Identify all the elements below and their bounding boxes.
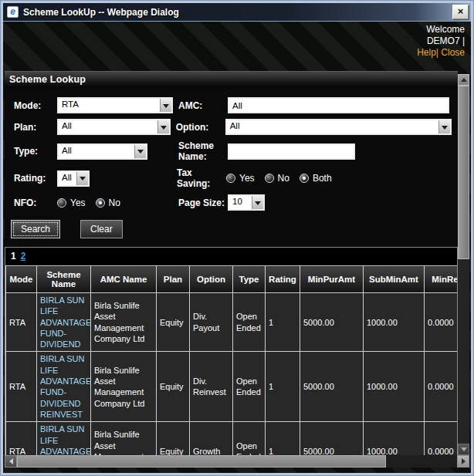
form-row-5: NFO: Yes No Page Size: 10 <box>14 194 452 211</box>
page-size-label: Page Size: <box>178 197 228 208</box>
table-cell: Open Ended <box>233 352 266 422</box>
table-cell: 1000.00 <box>364 352 425 422</box>
scroll-up-arrow-icon[interactable] <box>458 74 469 86</box>
scheme-name-cell: BIRLA SUN LIFE ADVANTAGE FUND-DIVIDEND R… <box>37 352 91 422</box>
tax-saving-label: Tax Saving: <box>177 167 226 189</box>
scheme-name-cell: BIRLA SUN LIFE ADVANTAGE FUND-GROWTH <box>37 422 91 455</box>
horizontal-scrollbar-track[interactable] <box>386 455 457 468</box>
scroll-down-arrow-icon[interactable] <box>458 444 469 455</box>
table-cell: 0.0000 <box>425 352 458 422</box>
plan-select[interactable]: All <box>57 119 171 135</box>
scroll-right-arrow-icon[interactable] <box>457 455 469 468</box>
username-text: DEMO7 | <box>417 35 465 47</box>
search-form: Mode: RTA AMC: Plan: All <box>5 88 458 241</box>
page-size-select[interactable]: 10 <box>228 194 265 211</box>
welcome-text: Welcome <box>417 24 465 35</box>
nfo-yes-radio[interactable] <box>57 198 66 208</box>
scheme-link[interactable]: BIRLA SUN LIFE ADVANTAGE FUND-DIVIDEND <box>40 295 91 349</box>
rating-dropdown-arrow-icon[interactable] <box>76 172 88 185</box>
mode-value: RTA <box>59 99 160 112</box>
table-cell: Birla Sunlife Asset Management Company L… <box>91 422 157 455</box>
vertical-scrollbar-track[interactable] <box>458 259 469 444</box>
title-bar[interactable]: e Scheme LookUp -- Webpage Dialog × <box>3 3 471 22</box>
table-cell: Growth <box>190 422 233 455</box>
pagination: 12 <box>5 248 457 265</box>
tax-saving-no-radio[interactable] <box>265 174 274 183</box>
type-dropdown-arrow-icon[interactable] <box>134 145 146 158</box>
table-row: RTABIRLA SUN LIFE ADVANTAGE FUND-DIVIDEN… <box>6 352 458 422</box>
page-number-current: 1 <box>11 251 16 262</box>
tax-saving-yes-radio[interactable] <box>226 174 235 183</box>
column-header: Rating <box>266 266 300 293</box>
footer-stripe <box>3 468 471 473</box>
horizontal-scrollbar[interactable] <box>5 455 469 468</box>
scheme-name-input[interactable] <box>228 143 355 160</box>
page-number-link[interactable]: 2 <box>21 251 26 262</box>
scheme-link[interactable]: BIRLA SUN LIFE ADVANTAGE FUND-GROWTH <box>40 424 91 455</box>
form-row-4: Rating: All Tax Saving: Yes No Bo <box>14 167 452 189</box>
scheme-name-label: Scheme Name: <box>178 140 228 162</box>
close-link[interactable]: Close <box>441 47 465 58</box>
column-header: AMC Name <box>91 266 157 293</box>
tax-saving-both-label: Both <box>313 173 332 184</box>
clear-button[interactable]: Clear <box>80 220 123 238</box>
results-panel: 12 ModeScheme NameAMC NamePlanOptionType… <box>5 247 458 455</box>
form-row-3: Type: All Scheme Name: <box>14 140 452 162</box>
table-cell: Div. Payout <box>190 293 233 352</box>
option-dropdown-arrow-icon[interactable] <box>438 120 450 133</box>
body: Scheme Lookup Mode: RTA AMC: Plan: <box>5 71 458 455</box>
table-cell: 1000.00 <box>364 293 425 352</box>
amc-input[interactable] <box>228 97 449 113</box>
table-viewport: ModeScheme NameAMC NamePlanOptionTypeRat… <box>5 265 457 455</box>
column-header: SubMinAmt <box>364 266 425 293</box>
scheme-name-cell: BIRLA SUN LIFE ADVANTAGE FUND-DIVIDEND <box>37 293 91 352</box>
page-size-dropdown-arrow-icon[interactable] <box>252 196 263 209</box>
column-header: Plan <box>157 266 190 293</box>
table-cell: 5000.00 <box>300 422 364 455</box>
nfo-no-radio[interactable] <box>96 198 105 208</box>
rating-value: All <box>59 172 76 185</box>
links-separator: | <box>436 47 438 58</box>
help-link[interactable]: Help <box>417 47 436 58</box>
option-select[interactable]: All <box>225 119 452 135</box>
table-cell: 1 <box>266 422 300 455</box>
rating-select[interactable]: All <box>57 170 90 187</box>
table-cell: 1 <box>266 293 300 352</box>
plan-label: Plan: <box>14 122 57 133</box>
window-title: Scheme LookUp -- Webpage Dialog <box>23 7 452 18</box>
vertical-scrollbar-thumb[interactable] <box>458 86 469 259</box>
table-cell: RTA <box>6 352 37 422</box>
table-header-row: ModeScheme NameAMC NamePlanOptionTypeRat… <box>6 266 458 293</box>
option-label: Option: <box>176 122 225 133</box>
ie-icon: e <box>7 6 19 18</box>
tax-saving-no-label: No <box>278 173 289 184</box>
table-row: RTABIRLA SUN LIFE ADVANTAGE FUND-DIVIDEN… <box>6 293 458 352</box>
column-header: Mode <box>6 266 37 293</box>
tax-saving-radio-group: Yes No Both <box>226 173 338 184</box>
button-row: Search Clear <box>11 220 458 238</box>
table-cell: 0.0000 <box>425 422 458 455</box>
scroll-left-arrow-icon[interactable] <box>5 455 17 468</box>
column-header: Option <box>190 266 233 293</box>
nfo-no-label: No <box>109 197 120 208</box>
table-cell: Equity <box>157 422 190 455</box>
table-cell: Open Ended <box>233 293 266 352</box>
welcome-block: Welcome DEMO7 | Help| Close <box>417 24 465 59</box>
table-cell: 0.0000 <box>425 293 458 352</box>
amc-label: AMC: <box>178 100 228 111</box>
search-button[interactable]: Search <box>11 220 60 238</box>
results-table: ModeScheme NameAMC NamePlanOptionTypeRat… <box>5 265 457 455</box>
scheme-link[interactable]: BIRLA SUN LIFE ADVANTAGE FUND-DIVIDEND R… <box>40 354 91 418</box>
tax-saving-both-radio[interactable] <box>300 174 309 183</box>
vertical-scrollbar[interactable] <box>458 74 469 455</box>
mode-dropdown-arrow-icon[interactable] <box>160 99 171 112</box>
type-select[interactable]: All <box>57 143 147 160</box>
mode-select[interactable]: RTA <box>57 97 173 113</box>
option-value: All <box>227 120 438 133</box>
table-cell: 1 <box>266 352 300 422</box>
plan-dropdown-arrow-icon[interactable] <box>157 120 169 133</box>
table-cell: RTA <box>6 422 37 455</box>
nfo-radio-group: Yes No <box>57 197 173 208</box>
window-close-button[interactable]: × <box>452 5 469 19</box>
horizontal-scrollbar-thumb[interactable] <box>17 455 386 468</box>
